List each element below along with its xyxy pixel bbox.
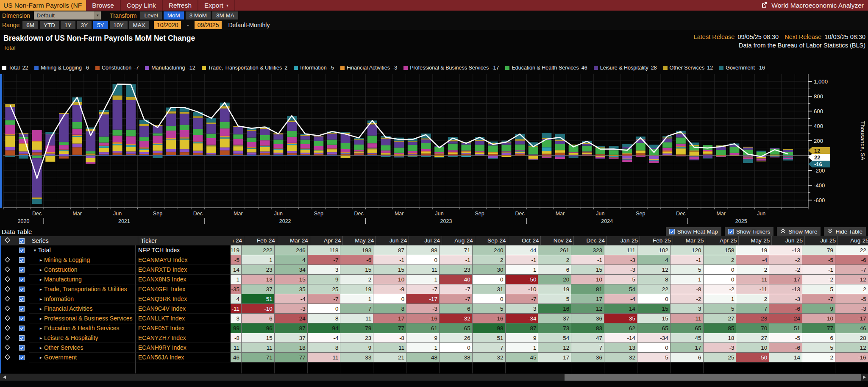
drag-handle-diamond-icon[interactable] bbox=[5, 305, 10, 313]
column-header-month[interactable]: Aug-24 bbox=[442, 236, 475, 245]
legend-item-leisure-hospitality[interactable]: Leisure & Hospitality28 bbox=[594, 65, 657, 71]
transform-mom[interactable]: MoM bbox=[164, 11, 184, 19]
menu-export[interactable]: Export▾ bbox=[198, 0, 235, 11]
series-name-cell[interactable]: ▸Government bbox=[29, 353, 135, 362]
series-name-cell[interactable]: ▸Manufacturing bbox=[29, 275, 135, 284]
scrollbar-thumb[interactable] bbox=[565, 374, 861, 381]
expand-triangle-icon[interactable]: ▸ bbox=[38, 355, 44, 360]
series-name-cell[interactable]: ▸Other Services bbox=[29, 343, 135, 353]
transform-level[interactable]: Level bbox=[140, 11, 161, 19]
drag-handle-diamond-icon[interactable] bbox=[5, 334, 10, 342]
drag-handle-diamond-icon[interactable] bbox=[5, 295, 10, 303]
show-heat-map-toggle[interactable]: Show Heat Map bbox=[666, 227, 721, 236]
row-checkbox-checked[interactable] bbox=[19, 277, 25, 282]
row-checkbox-checked[interactable] bbox=[19, 345, 25, 351]
series-name-cell[interactable]: ▸Professional & Business Services bbox=[29, 314, 135, 323]
row-checkbox-checked[interactable] bbox=[19, 306, 25, 312]
row-checkbox-checked[interactable] bbox=[19, 238, 25, 244]
column-header-month[interactable]: Mar-25 bbox=[673, 236, 706, 245]
dimension-select[interactable]: Default ▼ bbox=[34, 11, 101, 19]
row-checkbox-checked[interactable] bbox=[19, 355, 25, 360]
show-more-button[interactable]: Show More bbox=[777, 227, 821, 236]
open-external-icon[interactable] bbox=[761, 1, 768, 10]
column-header-month[interactable]: Sep-24 bbox=[475, 236, 508, 245]
expand-triangle-icon[interactable]: ▸ bbox=[38, 335, 44, 340]
range-3y[interactable]: 3Y bbox=[77, 21, 92, 29]
column-header-month[interactable]: Dec-24 bbox=[574, 236, 607, 245]
legend-item-trade-transportation-utilities[interactable]: Trade, Transportation & Utilities2 bbox=[202, 65, 288, 71]
column-header-month[interactable]: Feb-25 bbox=[640, 236, 673, 245]
column-header-month[interactable]: Apr-25 bbox=[706, 236, 739, 245]
legend-item-construction[interactable]: Construction-7 bbox=[95, 65, 139, 71]
series-name-cell[interactable]: ▸Information bbox=[29, 294, 135, 304]
column-header-month[interactable]: May-25 bbox=[739, 236, 772, 245]
column-header-series[interactable]: Series bbox=[29, 236, 138, 245]
legend-item-total[interactable]: Total22 bbox=[2, 65, 28, 71]
legend-item-other-services[interactable]: Other Services12 bbox=[663, 65, 713, 71]
row-checkbox-checked[interactable] bbox=[19, 316, 25, 321]
column-header-month[interactable]: Apr-24 bbox=[310, 236, 343, 245]
legend-item-mining-logging[interactable]: Mining & Logging-6 bbox=[34, 65, 89, 71]
chevron-down-icon[interactable]: ▼ bbox=[94, 11, 101, 19]
series-name-cell[interactable]: ▾Total bbox=[29, 245, 135, 255]
expand-triangle-icon[interactable]: ▸ bbox=[38, 287, 44, 292]
legend-item-information[interactable]: Information-5 bbox=[294, 65, 334, 71]
legend-item-manufacturing[interactable]: Manufacturing-12 bbox=[145, 65, 195, 71]
checkbox-checked-icon[interactable] bbox=[728, 229, 734, 234]
range-ytd[interactable]: YTD bbox=[40, 21, 59, 29]
expand-triangle-icon[interactable]: ▸ bbox=[38, 267, 44, 272]
legend-item-professional-business-services[interactable]: Professional & Business Services-17 bbox=[403, 65, 499, 71]
transform-3m-ma[interactable]: 3M MA bbox=[212, 11, 238, 19]
row-checkbox-checked[interactable] bbox=[19, 335, 25, 341]
date-to-field[interactable]: 09/2025 bbox=[195, 21, 222, 29]
legend-item-financial-activities[interactable]: Financial Activities-3 bbox=[340, 65, 397, 71]
date-from-field[interactable]: 10/2020 bbox=[154, 21, 181, 29]
expand-triangle-icon[interactable]: ▸ bbox=[38, 277, 44, 282]
row-checkbox-checked[interactable] bbox=[19, 267, 25, 273]
column-header-month[interactable]: Jan-25 bbox=[607, 236, 640, 245]
scroll-right-arrow-icon[interactable] bbox=[863, 376, 866, 379]
range-6m[interactable]: 6M bbox=[22, 21, 38, 29]
expand-triangle-icon[interactable]: ▸ bbox=[38, 326, 44, 331]
legend-item-education-health-services[interactable]: Education & Health Services46 bbox=[505, 65, 587, 71]
menu-browse[interactable]: Browse bbox=[86, 0, 121, 11]
drag-handle-diamond-icon[interactable] bbox=[5, 286, 10, 293]
column-header-month[interactable]: Oct-24 bbox=[508, 236, 541, 245]
expand-triangle-icon[interactable]: ▸ bbox=[38, 296, 44, 301]
function-tab[interactable]: US Non-Farm Payrolls (NF bbox=[0, 0, 86, 11]
column-header-ticker[interactable]: Ticker bbox=[138, 236, 233, 245]
column-header-month[interactable]: Aug-25 bbox=[838, 236, 868, 245]
series-name-cell[interactable]: ▸Leisure & Hospitality bbox=[29, 333, 135, 343]
checkbox-checked-icon[interactable] bbox=[669, 229, 675, 234]
expand-triangle-icon[interactable]: ▸ bbox=[38, 345, 44, 350]
series-name-cell[interactable]: ▸Mining & Logging bbox=[29, 255, 135, 265]
column-header-month[interactable]: Mar-24 bbox=[277, 236, 310, 245]
collapse-triangle-icon[interactable]: ▾ bbox=[32, 248, 38, 253]
legend-item-government[interactable]: Government-16 bbox=[719, 65, 765, 71]
range-max[interactable]: MAX bbox=[129, 21, 149, 29]
drag-handle-diamond-icon[interactable] bbox=[5, 276, 10, 284]
row-checkbox-checked[interactable] bbox=[19, 296, 25, 302]
drag-handle-diamond-icon[interactable] bbox=[5, 354, 10, 362]
hide-table-button[interactable]: Hide Table bbox=[824, 227, 866, 236]
column-header-month[interactable]: Jul-25 bbox=[805, 236, 838, 245]
drag-handle-diamond-icon[interactable] bbox=[5, 325, 10, 332]
menu-refresh[interactable]: Refresh bbox=[163, 0, 198, 11]
horizontal-scrollbar[interactable] bbox=[0, 373, 868, 381]
drag-handle-diamond-icon[interactable] bbox=[5, 256, 10, 264]
column-header-month[interactable]: Jun-24 bbox=[376, 236, 409, 245]
expand-triangle-icon[interactable]: ▸ bbox=[38, 306, 44, 311]
drag-handle-diamond-icon[interactable] bbox=[5, 344, 10, 352]
show-tickers-toggle[interactable]: Show Tickers bbox=[725, 227, 773, 236]
series-name-cell[interactable]: ▸Construction bbox=[29, 265, 135, 275]
drag-handle-diamond-icon[interactable] bbox=[5, 266, 10, 274]
range-5y[interactable]: 5Y bbox=[93, 21, 108, 29]
drag-handle-diamond-icon[interactable] bbox=[5, 237, 10, 245]
column-header-month[interactable]: May-24 bbox=[343, 236, 376, 245]
series-name-cell[interactable]: ▸Financial Activities bbox=[29, 304, 135, 314]
range-1y[interactable]: 1Y bbox=[61, 21, 75, 29]
row-checkbox-checked[interactable] bbox=[19, 326, 25, 331]
row-checkbox-checked[interactable] bbox=[19, 257, 25, 263]
expand-triangle-icon[interactable]: ▸ bbox=[38, 257, 44, 262]
expand-triangle-icon[interactable]: ▸ bbox=[38, 316, 44, 321]
